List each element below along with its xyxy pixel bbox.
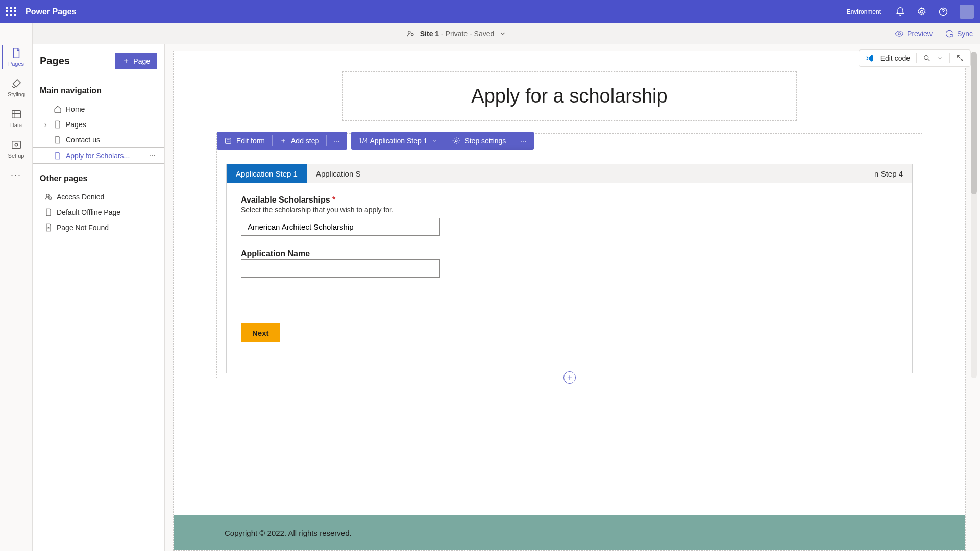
profile-avatar[interactable]	[960, 5, 974, 19]
tab-step1[interactable]: Application Step 1	[227, 164, 307, 183]
canvas-toolbar: Edit code	[859, 49, 971, 67]
add-section-button[interactable]: ＋	[564, 371, 576, 384]
svg-point-4	[411, 33, 413, 36]
tree-item-apply[interactable]: Apply for Scholars... ···	[33, 147, 164, 164]
rail-more[interactable]: ···	[3, 168, 30, 183]
canvas: Edit code Apply for a scholarship Edit f…	[165, 44, 980, 551]
svg-point-3	[408, 31, 410, 33]
eye-icon	[895, 29, 904, 38]
site-icon	[406, 29, 415, 38]
chevron-down-icon[interactable]	[499, 30, 506, 37]
app-launcher-icon[interactable]	[6, 7, 16, 17]
svg-point-5	[898, 32, 901, 35]
svg-point-8	[15, 143, 18, 146]
page-title-section[interactable]: Apply for a scholarship	[342, 71, 797, 121]
page-icon	[54, 120, 62, 129]
page-icon	[44, 208, 53, 216]
plus-icon: ＋	[122, 56, 130, 66]
rail-styling[interactable]: Styling	[3, 76, 30, 99]
other-pages-header: Other pages	[33, 167, 164, 186]
chevron-down-icon[interactable]	[937, 55, 943, 61]
scholarship-label: Available Scholarships *	[241, 195, 898, 205]
toolbar-more-button[interactable]: ···	[327, 132, 347, 150]
edit-form-button[interactable]: Edit form	[217, 132, 272, 150]
environment-label: Environment	[847, 8, 881, 15]
help-icon[interactable]	[938, 7, 948, 17]
rail-data[interactable]: Data	[3, 107, 30, 130]
multistep-form: Application Step 1 Application Step 2 ti…	[226, 164, 913, 373]
main-nav-header: Main navigation	[33, 79, 164, 98]
form-icon	[224, 137, 232, 145]
person-icon	[44, 193, 53, 201]
scholarship-input[interactable]: American Architect Scholarship	[241, 218, 440, 236]
environment-selector[interactable]: Environment	[842, 8, 881, 15]
styling-icon	[11, 78, 22, 89]
tree-item-offline[interactable]: Default Offline Page	[33, 205, 164, 220]
add-step-button[interactable]: ＋ Add step	[273, 132, 326, 150]
svg-point-13	[455, 140, 457, 142]
pages-panel-title: Pages	[40, 55, 70, 67]
more-icon[interactable]: ···	[149, 151, 160, 160]
edit-code-button[interactable]: Edit code	[880, 54, 910, 62]
step-settings-button[interactable]: Step settings	[445, 132, 513, 150]
svg-rect-6	[12, 111, 20, 118]
svg-rect-7	[12, 141, 20, 149]
site-name[interactable]: Site 1 - Private - Saved	[420, 30, 495, 38]
appname-label: Application Name	[241, 249, 898, 258]
expand-icon[interactable]	[956, 54, 964, 62]
sync-button[interactable]: Sync	[945, 29, 973, 38]
tree-item-contact[interactable]: Contact us	[33, 132, 164, 147]
page-icon	[54, 136, 62, 144]
page-surface: Apply for a scholarship Edit form ＋ Add …	[173, 51, 966, 551]
home-icon	[54, 105, 62, 113]
toolbar-more-button-2[interactable]: ···	[513, 132, 534, 150]
next-button[interactable]: Next	[241, 323, 280, 342]
svg-point-9	[46, 194, 49, 197]
command-bar: Site 1 - Private - Saved Preview Sync	[0, 23, 980, 44]
rail-setup[interactable]: Set up	[3, 137, 30, 161]
left-rail: Pages Styling Data Set up ···	[0, 23, 33, 551]
pages-panel: Pages ＋ Page Main navigation Home › Page…	[33, 44, 165, 551]
sync-icon	[945, 29, 954, 38]
appname-input[interactable]	[241, 259, 440, 278]
svg-rect-12	[226, 138, 231, 144]
form-edit-toolbar: Edit form ＋ Add step ··· 1/4 Application…	[217, 132, 534, 150]
form-section: Edit form ＋ Add step ··· 1/4 Application…	[216, 133, 922, 378]
add-page-button[interactable]: ＋ Page	[115, 53, 157, 69]
data-icon	[11, 109, 22, 120]
vscode-icon	[865, 54, 874, 63]
setup-icon	[11, 139, 22, 151]
form-tabs: Application Step 1 Application Step 2 ti…	[227, 164, 912, 183]
gear-icon[interactable]	[917, 7, 927, 17]
bell-icon[interactable]	[895, 7, 905, 17]
chevron-down-icon	[431, 138, 437, 144]
plus-icon: ＋	[280, 136, 287, 145]
tree-item-pages[interactable]: › Pages	[33, 117, 164, 132]
gear-icon	[452, 137, 460, 145]
preview-button[interactable]: Preview	[895, 29, 933, 38]
zoom-icon[interactable]	[923, 54, 931, 62]
svg-point-11	[924, 56, 928, 60]
top-header: Power Pages Environment	[0, 0, 980, 23]
rail-pages[interactable]: Pages	[2, 45, 28, 69]
page-icon	[54, 152, 62, 160]
scholarship-description: Select the scholarship that you wish to …	[241, 206, 898, 214]
pages-icon	[11, 47, 22, 59]
page-title: Apply for a scholarship	[348, 85, 791, 107]
tree-item-home[interactable]: Home	[33, 102, 164, 117]
tree-item-access-denied[interactable]: Access Denied	[33, 189, 164, 205]
app-title: Power Pages	[26, 7, 77, 16]
step-selector[interactable]: 1/4 Application Step 1	[351, 132, 445, 150]
page-error-icon	[44, 223, 53, 232]
tab-step4[interactable]: tion Step 4	[874, 164, 912, 183]
page-footer: Copyright © 2022. All rights reserved.	[174, 515, 965, 550]
svg-point-1	[921, 10, 923, 13]
tree-item-notfound[interactable]: Page Not Found	[33, 220, 164, 235]
tab-step2[interactable]: Application Step 2	[307, 164, 360, 183]
scrollbar[interactable]	[971, 52, 977, 378]
